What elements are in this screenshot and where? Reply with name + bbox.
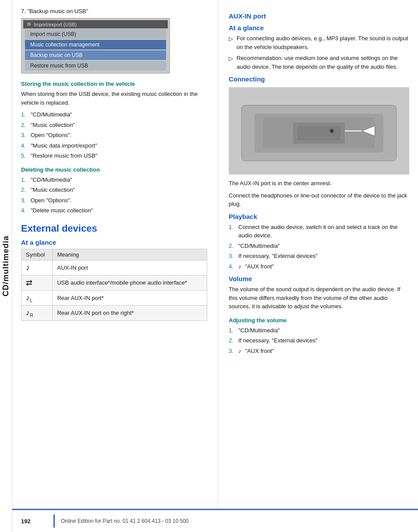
bullet-arrow-2: ▷ [229, 54, 234, 63]
menu-mockup: ⚙ Import/export (USB) Import music (USB)… [21, 18, 170, 74]
sidebar-label: CD/multimedia [1, 236, 11, 296]
menu-header: ⚙ Import/export (USB) [23, 20, 168, 28]
meaning-1: AUX-IN port [53, 260, 207, 275]
columns: 7. "Backup music on USB" ⚙ Import/export… [12, 0, 418, 509]
storing-body: When storing from the USB device, the ex… [21, 90, 207, 107]
bullet-2: ▷ Recommendation: use medium tone and vo… [229, 54, 409, 71]
playback-step-4: 4.♪"AUX front" [229, 262, 409, 271]
menu-item-1[interactable]: Music collection management [25, 40, 166, 49]
menu-item-0[interactable]: Import music (USB) [25, 29, 166, 39]
connecting-heading: Connecting [229, 75, 409, 83]
page-number: 192 [21, 518, 47, 525]
meaning-2: USB audio interface*/mobile phone audio … [53, 275, 207, 290]
table-row: ♪R Rear AUX-IN port on the right* [21, 306, 207, 321]
adjusting-heading: Adjusting the volume [229, 317, 409, 324]
right-column: AUX-IN port At a glance ▷ For connecting… [218, 0, 418, 509]
storing-step-5: 5."Restore music from USB" [21, 151, 207, 160]
deleting-step-2: 2."Music collection" [21, 186, 207, 194]
main-content: 7. "Backup music on USB" ⚙ Import/export… [12, 0, 418, 532]
volume-body: The volume of the sound output is depend… [229, 285, 409, 311]
page-wrapper: CD/multimedia 7. "Backup music on USB" ⚙… [0, 0, 418, 532]
step-7: 7. "Backup music on USB" [21, 8, 207, 14]
storing-step-1: 1."CD/Multimedia" [21, 110, 207, 119]
at-a-glance-left: At a glance [21, 239, 207, 246]
deleting-step-3: 3.Open "Options". [21, 196, 207, 205]
playback-step-3: 3.If necessary, "External devices" [229, 252, 409, 261]
storing-step-4: 4."Music data import/export" [21, 141, 207, 150]
storing-step-3: 3.Open "Options". [21, 131, 207, 140]
symbol-1: ♪ [21, 260, 53, 275]
playback-steps: 1.Connect the audio device, switch it on… [229, 223, 409, 271]
adjusting-step-2: 2.If necessary, "External devices" [229, 336, 409, 345]
bullet-arrow-1: ▷ [229, 35, 234, 43]
aux-bullets: ▷ For connecting audio devices, e.g., MP… [229, 34, 409, 71]
symbol-2: ⇄ [21, 275, 53, 290]
table-row: ♪L Rear AUX-IN port* [21, 290, 207, 306]
volume-heading: Volume [229, 275, 409, 282]
symbol-4: ♪R [21, 306, 53, 321]
storing-heading: Storing the music collection in the vehi… [21, 81, 207, 87]
adjusting-steps: 1."CD/Multimedia" 2.If necessary, "Exter… [229, 326, 409, 356]
svg-rect-5 [298, 126, 340, 140]
plug-icon-2: ♪ [238, 347, 241, 356]
deleting-step-4: 4."Delete music collection" [21, 206, 207, 215]
left-column: 7. "Backup music on USB" ⚙ Import/export… [12, 0, 218, 509]
deleting-heading: Deleting the music collection [21, 166, 207, 173]
storing-step-2: 2."Music collection" [21, 121, 207, 130]
step-7-prefix: 7. [21, 8, 26, 14]
adjusting-step-3: 3.♪"AUX front" [229, 347, 409, 356]
menu-header-label: Import/export (USB) [34, 22, 77, 27]
menu-item-3[interactable]: Restore music from USB [25, 61, 166, 70]
deleting-step-1: 1."CD/Multimedia" [21, 176, 207, 184]
connecting-body-1: The AUX-IN port is in the center armrest… [229, 179, 409, 188]
bullet-1: ▷ For connecting audio devices, e.g., MP… [229, 34, 409, 51]
bullet-text-1: For connecting audio devices, e.g., MP3 … [237, 34, 409, 51]
meaning-3: Rear AUX-IN port* [53, 290, 207, 306]
sidebar: CD/multimedia [0, 0, 12, 532]
playback-heading: Playback [229, 213, 409, 220]
symbol-table: Symbol Meaning ♪ AUX-IN port ⇄ USB audio… [21, 249, 207, 321]
footer-divider [53, 514, 55, 528]
bullet-text-2: Recommendation: use medium tone and volu… [237, 54, 409, 71]
plug-icon: ♪ [238, 262, 241, 271]
table-row: ⇄ USB audio interface*/mobile phone audi… [21, 275, 207, 290]
external-devices-heading: External devices [21, 223, 207, 234]
storing-steps: 1."CD/Multimedia" 2."Music collection" 3… [21, 110, 207, 160]
table-row: ♪ AUX-IN port [21, 260, 207, 275]
step-7-text: "Backup music on USB" [27, 8, 88, 14]
playback-step-1: 1.Connect the audio device, switch it on… [229, 223, 409, 240]
playback-step-2: 2."CD/Multimedia" [229, 242, 409, 250]
meaning-4: Rear AUX-IN port on the right* [53, 306, 207, 321]
table-col-meaning: Meaning [53, 249, 207, 260]
deleting-steps: 1."CD/Multimedia" 2."Music collection" 3… [21, 176, 207, 215]
symbol-3: ♪L [21, 290, 53, 306]
at-a-glance-right: At a glance [229, 24, 409, 32]
table-col-symbol: Symbol [21, 249, 53, 260]
svg-point-9 [330, 130, 333, 132]
connecting-body-2: Connect the headphones or line-out conne… [229, 191, 409, 208]
menu-item-2[interactable]: Backup music on USB [25, 50, 166, 60]
adjusting-step-1: 1."CD/Multimedia" [229, 326, 409, 335]
aux-svg [229, 87, 409, 175]
aux-in-heading: AUX-IN port [229, 12, 409, 20]
footer-caption: Online Edition for Part no. 01 41 2 604 … [61, 518, 189, 524]
aux-image [229, 87, 409, 175]
menu-icon: ⚙ [27, 21, 31, 27]
footer: 192 Online Edition for Part no. 01 41 2 … [12, 509, 418, 532]
